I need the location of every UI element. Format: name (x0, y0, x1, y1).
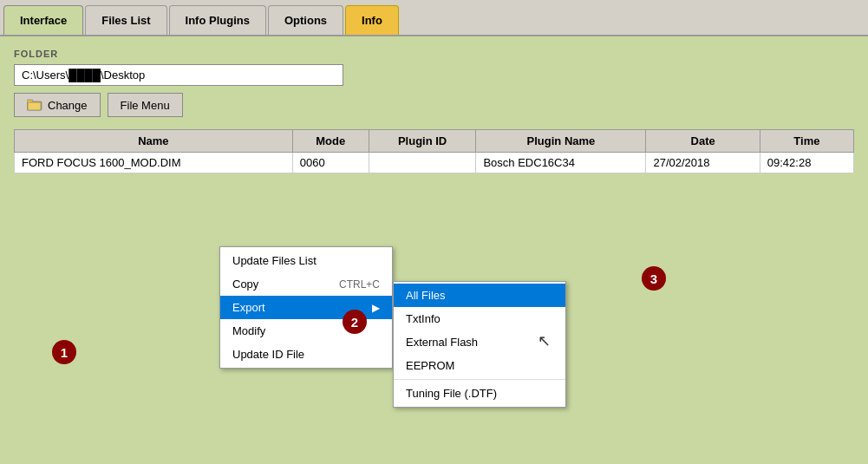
button-row: Change File Menu (14, 93, 854, 117)
tab-info-plugins[interactable]: Info Plugins (169, 5, 266, 35)
submenu-eeprom[interactable]: EEPROM (394, 354, 565, 377)
col-header-plugin-id: Plugin ID (369, 130, 476, 153)
mouse-cursor-icon: ↖ (538, 331, 551, 350)
cell-plugin-id (369, 153, 476, 173)
submenu-all-files[interactable]: All Files (394, 284, 565, 307)
folder-path-display: C:\Users\████\Desktop (14, 64, 343, 86)
context-menu-copy[interactable]: Copy CTRL+C (220, 272, 392, 296)
col-header-mode: Mode (292, 130, 369, 153)
change-button[interactable]: Change (14, 93, 101, 117)
col-header-date: Date (646, 130, 760, 153)
col-header-time: Time (760, 130, 853, 153)
cell-plugin-name: Bosch EDC16C34 (476, 153, 646, 173)
folder-section-label: FOLDER (14, 49, 854, 59)
col-header-plugin-name: Plugin Name (476, 130, 646, 153)
tab-options[interactable]: Options (268, 5, 343, 35)
context-menu-update-files-list[interactable]: Update Files List (220, 249, 392, 272)
step-badge-2: 2 (343, 310, 367, 334)
main-content: FOLDER C:\Users\████\Desktop Change File… (0, 36, 868, 464)
step-badge-1: 1 (52, 340, 76, 364)
context-menu-update-id-file[interactable]: Update ID File (220, 343, 392, 366)
tab-info[interactable]: Info (345, 5, 399, 35)
tab-interface[interactable]: Interface (3, 5, 83, 35)
context-menu: Update Files List Copy CTRL+C Export ▶ M… (219, 246, 393, 369)
cell-name: FORD FOCUS 1600_MOD.DIM (15, 153, 293, 173)
cell-time: 09:42:28 (760, 153, 853, 173)
svg-rect-2 (28, 102, 41, 110)
file-table: Name Mode Plugin ID Plugin Name Date Tim… (14, 129, 854, 173)
folder-icon (27, 99, 42, 111)
context-menu-export[interactable]: Export ▶ (220, 296, 392, 319)
submenu-txtinfo[interactable]: TxtInfo (394, 307, 565, 330)
file-menu-button[interactable]: File Menu (108, 93, 183, 117)
submenu-tuning-file[interactable]: Tuning File (.DTF) (394, 382, 565, 405)
tab-files-list[interactable]: Files List (85, 5, 166, 35)
col-header-name: Name (15, 130, 293, 153)
export-arrow-icon: ▶ (372, 302, 380, 314)
table-row[interactable]: FORD FOCUS 1600_MOD.DIM 0060 Bosch EDC16… (15, 153, 854, 173)
step-badge-3: 3 (642, 266, 666, 291)
submenu-divider (394, 379, 565, 380)
cell-mode: 0060 (292, 153, 369, 173)
cell-date: 27/02/2018 (646, 153, 760, 173)
tab-bar: Interface Files List Info Plugins Option… (0, 0, 868, 36)
